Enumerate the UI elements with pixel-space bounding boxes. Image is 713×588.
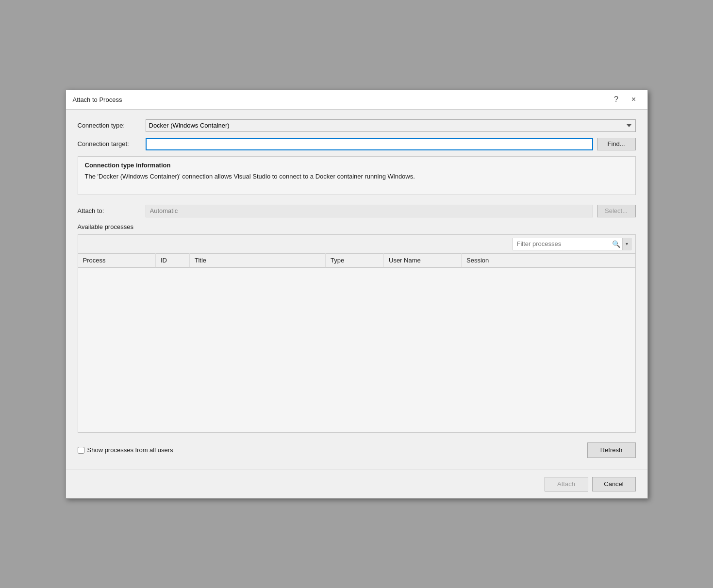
search-icon: 🔍 — [610, 240, 622, 248]
close-button[interactable]: × — [627, 93, 641, 106]
attach-to-label: Attach to: — [78, 207, 146, 214]
title-bar: Attach to Process ? × — [66, 90, 647, 110]
select-button[interactable]: Select... — [597, 205, 636, 217]
connection-type-label: Connection type: — [78, 122, 146, 129]
title-bar-left: Attach to Process — [73, 96, 122, 103]
bottom-bar: Show processes from all users Refresh — [78, 438, 636, 460]
info-box-text: The 'Docker (Windows Container)' connect… — [85, 172, 629, 181]
col-type: Type — [326, 253, 384, 267]
connection-target-control: Find... — [146, 138, 636, 150]
show-all-users-checkbox[interactable] — [78, 447, 84, 454]
filter-row: 🔍 ▾ — [78, 235, 635, 253]
col-title: Title — [190, 253, 326, 267]
show-all-users-label[interactable]: Show processes from all users — [78, 446, 173, 454]
connection-type-row: Connection type: Docker (Windows Contain… — [78, 119, 636, 132]
processes-container: 🔍 ▾ Process ID Title Type User Name Sess… — [78, 234, 636, 433]
col-username: User Name — [384, 253, 462, 267]
connection-target-input[interactable] — [146, 138, 593, 150]
table-header-row: Process ID Title Type User Name Session — [78, 253, 635, 267]
info-box-title: Connection type information — [85, 162, 629, 169]
connection-info-box: Connection type information The 'Docker … — [78, 156, 636, 195]
available-processes-label: Available processes — [78, 223, 636, 230]
attach-to-control: Select... — [146, 205, 636, 217]
find-button[interactable]: Find... — [597, 138, 636, 150]
process-table-header: Process ID Title Type User Name Session — [78, 253, 635, 267]
dialog-body: Connection type: Docker (Windows Contain… — [66, 110, 647, 470]
dialog-footer: Attach Cancel — [66, 470, 647, 498]
process-table-body — [78, 267, 635, 432]
connection-type-select[interactable]: Docker (Windows Container) — [146, 119, 636, 132]
connection-target-label: Connection target: — [78, 140, 146, 147]
help-button[interactable]: ? — [610, 93, 623, 106]
col-id: ID — [156, 253, 190, 267]
title-bar-right: ? × — [610, 93, 641, 106]
filter-dropdown-button[interactable]: ▾ — [622, 238, 631, 250]
attach-to-process-dialog: Attach to Process ? × Connection type: D… — [66, 90, 648, 499]
connection-type-control: Docker (Windows Container) — [146, 119, 636, 132]
filter-processes-input[interactable] — [513, 240, 610, 247]
col-process: Process — [78, 253, 156, 267]
show-all-users-text: Show processes from all users — [87, 446, 173, 454]
attach-to-input — [146, 205, 593, 217]
process-table: Process ID Title Type User Name Session — [78, 253, 635, 267]
attach-button[interactable]: Attach — [545, 477, 588, 491]
col-session: Session — [462, 253, 635, 267]
connection-target-row: Connection target: Find... — [78, 138, 636, 150]
attach-to-row: Attach to: Select... — [78, 205, 636, 217]
refresh-button[interactable]: Refresh — [587, 442, 636, 458]
filter-input-wrapper: 🔍 ▾ — [513, 238, 631, 250]
cancel-button[interactable]: Cancel — [592, 477, 636, 491]
dialog-title: Attach to Process — [73, 96, 122, 103]
